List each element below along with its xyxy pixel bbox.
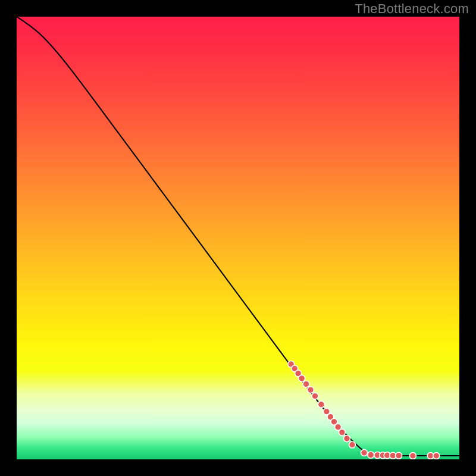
chart-frame: TheBottleneck.com bbox=[0, 0, 476, 476]
data-dot bbox=[409, 453, 416, 459]
data-dot bbox=[349, 441, 355, 448]
chart-svg bbox=[17, 17, 459, 459]
data-dot bbox=[344, 436, 350, 442]
data-dot bbox=[308, 387, 314, 393]
data-dot bbox=[361, 449, 368, 456]
watermark-text: TheBottleneck.com bbox=[355, 1, 469, 17]
data-dot bbox=[368, 452, 374, 458]
data-dot bbox=[433, 453, 440, 459]
plot-area bbox=[17, 17, 459, 459]
data-dots-group bbox=[288, 361, 440, 459]
data-dot bbox=[299, 375, 305, 381]
bottleneck-curve bbox=[17, 17, 459, 456]
data-dot bbox=[396, 452, 402, 459]
data-dot bbox=[303, 381, 309, 387]
data-dot bbox=[339, 429, 345, 436]
data-dot bbox=[318, 401, 324, 408]
data-dot bbox=[312, 393, 318, 399]
